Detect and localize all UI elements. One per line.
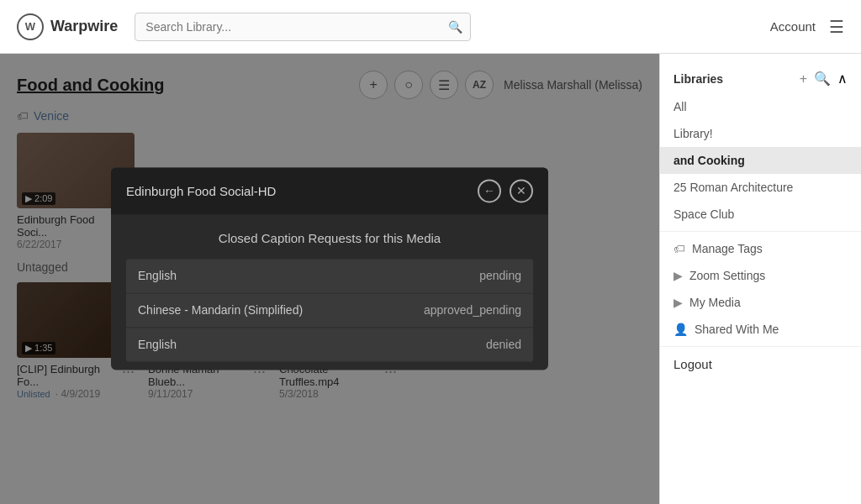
caption-row: English denied — [126, 328, 533, 361]
logo-area: W Warpwire — [17, 13, 118, 40]
modal-title: Edinburgh Food Social-HD — [126, 184, 276, 198]
hamburger-menu-icon[interactable]: ☰ — [829, 17, 844, 37]
libraries-label: Libraries — [673, 72, 723, 86]
sidebar-item-zoom-settings[interactable]: ▶ Zoom Settings — [660, 262, 861, 289]
collapse-icon: ∧ — [837, 71, 848, 87]
modal-subtitle: Closed Caption Requests for this Media — [126, 231, 533, 245]
content-area: Food and Cooking + ○ ☰ AZ Melissa Marsha… — [0, 54, 659, 504]
sidebar-item-label: Space Club — [673, 207, 734, 221]
sidebar-item-all[interactable]: All — [660, 93, 861, 120]
sidebar-divider — [660, 231, 861, 232]
main-area: Food and Cooking + ○ ☰ AZ Melissa Marsha… — [0, 54, 861, 504]
sidebar-item-roman[interactable]: 25 Roman Architecture — [660, 174, 861, 201]
modal-back-button[interactable]: ← — [478, 179, 501, 202]
sidebar-section-actions: + 🔍 ∧ — [800, 71, 848, 87]
caption-row: Chinese - Mandarin (Simplified) approved… — [126, 293, 533, 328]
sidebar-item-label: Shared With Me — [695, 323, 779, 336]
caption-status: denied — [486, 338, 521, 351]
sidebar-item-label: Zoom Settings — [689, 269, 765, 282]
sidebar-item-label: All — [673, 100, 687, 113]
modal-header-buttons: ← ✕ — [478, 179, 533, 202]
header: W Warpwire 🔍 Account ☰ — [0, 0, 861, 54]
caption-row: English pending — [126, 259, 533, 293]
shared-icon: 👤 — [673, 323, 688, 336]
sidebar-item-label: 25 Roman Architecture — [673, 181, 793, 194]
sidebar-item-manage-tags[interactable]: 🏷 Manage Tags — [660, 235, 861, 262]
modal-body: Closed Caption Requests for this Media E… — [111, 214, 548, 370]
modal-header: Edinburgh Food Social-HD ← ✕ — [111, 167, 548, 214]
caption-language: Chinese - Mandarin (Simplified) — [138, 303, 303, 317]
search-input[interactable] — [135, 13, 471, 41]
sidebar-item-shared-with-me[interactable]: 👤 Shared With Me — [660, 316, 861, 343]
caption-language: English — [138, 269, 177, 282]
sidebar-item-label: and Cooking — [673, 154, 745, 167]
caption-modal: Edinburgh Food Social-HD ← ✕ Closed Capt… — [111, 167, 548, 370]
libraries-section-header: Libraries + 🔍 ∧ — [660, 64, 861, 93]
logo-name: Warpwire — [50, 18, 118, 35]
caption-status: pending — [479, 269, 521, 282]
logo-icon: W — [17, 13, 44, 40]
sidebar-item-label: Manage Tags — [692, 242, 763, 255]
sidebar-item-cooking[interactable]: and Cooking — [660, 147, 861, 174]
add-library-button[interactable]: + — [800, 71, 807, 87]
search-icon: 🔍 — [448, 20, 462, 34]
sidebar-divider — [660, 346, 861, 347]
caption-language: English — [138, 338, 177, 351]
modal-close-button[interactable]: ✕ — [510, 179, 533, 202]
sidebar: Libraries + 🔍 ∧ All Library! and Cooking… — [659, 54, 861, 504]
my-media-icon: ▶ — [673, 296, 683, 309]
zoom-icon: ▶ — [673, 269, 683, 282]
sidebar-item-space[interactable]: Space Club — [660, 201, 861, 228]
header-right: Account ☰ — [770, 17, 844, 37]
sidebar-item-my-media[interactable]: ▶ My Media — [660, 289, 861, 316]
sidebar-item-library[interactable]: Library! — [660, 120, 861, 147]
logout-button[interactable]: Logout — [660, 350, 861, 378]
tag-icon: 🏷 — [673, 242, 685, 255]
sidebar-item-label: Library! — [673, 127, 713, 140]
account-button[interactable]: Account — [770, 19, 816, 34]
search-library-button[interactable]: 🔍 — [814, 71, 831, 87]
caption-status: approved_pending — [424, 303, 521, 317]
captions-list: English pending Chinese - Mandarin (Simp… — [126, 259, 533, 361]
sidebar-item-label: My Media — [689, 296, 741, 309]
search-area: 🔍 — [135, 13, 471, 41]
